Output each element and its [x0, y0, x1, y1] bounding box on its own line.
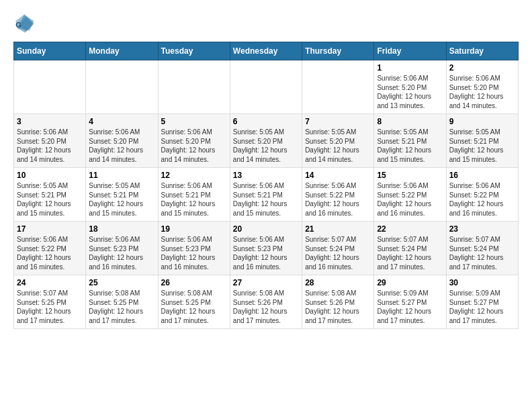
calendar-cell: 12Sunrise: 5:06 AM Sunset: 5:21 PM Dayli…: [158, 168, 230, 222]
day-number: 28: [305, 278, 371, 287]
calendar-cell: 24Sunrise: 5:07 AM Sunset: 5:25 PM Dayli…: [14, 275, 86, 329]
day-number: 15: [377, 171, 443, 180]
day-info: Sunrise: 5:09 AM Sunset: 5:27 PM Dayligh…: [449, 289, 515, 325]
calendar-cell: [230, 60, 302, 114]
day-number: 3: [17, 117, 83, 126]
calendar-cell: 29Sunrise: 5:09 AM Sunset: 5:27 PM Dayli…: [374, 275, 446, 329]
calendar-cell: 27Sunrise: 5:08 AM Sunset: 5:26 PM Dayli…: [230, 275, 302, 329]
calendar-cell: 10Sunrise: 5:05 AM Sunset: 5:21 PM Dayli…: [14, 168, 86, 222]
day-number: 16: [449, 171, 515, 180]
day-info: Sunrise: 5:07 AM Sunset: 5:24 PM Dayligh…: [449, 235, 515, 271]
calendar-cell: [302, 60, 374, 114]
day-info: Sunrise: 5:06 AM Sunset: 5:20 PM Dayligh…: [89, 128, 154, 164]
day-info: Sunrise: 5:06 AM Sunset: 5:20 PM Dayligh…: [161, 128, 227, 164]
calendar-cell: 13Sunrise: 5:06 AM Sunset: 5:21 PM Dayli…: [230, 168, 302, 222]
day-number: 29: [377, 278, 443, 287]
day-info: Sunrise: 5:08 AM Sunset: 5:25 PM Dayligh…: [161, 289, 227, 325]
day-info: Sunrise: 5:07 AM Sunset: 5:25 PM Dayligh…: [17, 289, 83, 325]
day-number: 23: [449, 224, 515, 234]
header-row: SundayMondayTuesdayWednesdayThursdayFrid…: [14, 42, 519, 60]
calendar-header: SundayMondayTuesdayWednesdayThursdayFrid…: [14, 42, 519, 60]
day-number: 4: [89, 117, 154, 126]
day-number: 12: [161, 171, 227, 180]
day-number: 22: [377, 224, 443, 234]
calendar-cell: 19Sunrise: 5:06 AM Sunset: 5:23 PM Dayli…: [158, 222, 230, 275]
day-number: 26: [161, 278, 227, 287]
week-row-3: 10Sunrise: 5:05 AM Sunset: 5:21 PM Dayli…: [14, 168, 519, 222]
calendar-cell: 25Sunrise: 5:08 AM Sunset: 5:25 PM Dayli…: [86, 275, 158, 329]
day-info: Sunrise: 5:06 AM Sunset: 5:22 PM Dayligh…: [449, 181, 515, 218]
logo-icon: G: [13, 13, 35, 35]
header-day-sunday: Sunday: [14, 42, 86, 60]
page-header: G: [13, 13, 519, 35]
day-info: Sunrise: 5:06 AM Sunset: 5:20 PM Dayligh…: [377, 74, 443, 110]
calendar-cell: 30Sunrise: 5:09 AM Sunset: 5:27 PM Dayli…: [446, 275, 518, 329]
day-number: 24: [17, 278, 83, 287]
day-info: Sunrise: 5:06 AM Sunset: 5:22 PM Dayligh…: [305, 181, 371, 218]
calendar-body: 1Sunrise: 5:06 AM Sunset: 5:20 PM Daylig…: [14, 60, 519, 329]
day-number: 14: [305, 171, 371, 180]
day-info: Sunrise: 5:05 AM Sunset: 5:20 PM Dayligh…: [305, 128, 371, 164]
header-day-tuesday: Tuesday: [158, 42, 230, 60]
header-day-monday: Monday: [86, 42, 158, 60]
day-info: Sunrise: 5:08 AM Sunset: 5:26 PM Dayligh…: [305, 289, 371, 325]
day-number: 10: [17, 171, 83, 180]
calendar-cell: 2Sunrise: 5:06 AM Sunset: 5:20 PM Daylig…: [446, 60, 518, 114]
day-info: Sunrise: 5:06 AM Sunset: 5:23 PM Dayligh…: [233, 235, 299, 271]
calendar-cell: 26Sunrise: 5:08 AM Sunset: 5:25 PM Dayli…: [158, 275, 230, 329]
calendar-cell: 7Sunrise: 5:05 AM Sunset: 5:20 PM Daylig…: [302, 114, 374, 168]
calendar-cell: 15Sunrise: 5:06 AM Sunset: 5:22 PM Dayli…: [374, 168, 446, 222]
calendar-cell: 22Sunrise: 5:07 AM Sunset: 5:24 PM Dayli…: [374, 222, 446, 275]
day-number: 13: [233, 171, 299, 180]
day-info: Sunrise: 5:05 AM Sunset: 5:21 PM Dayligh…: [89, 181, 154, 218]
day-info: Sunrise: 5:07 AM Sunset: 5:24 PM Dayligh…: [305, 235, 371, 271]
calendar-cell: [158, 60, 230, 114]
calendar-cell: 17Sunrise: 5:06 AM Sunset: 5:22 PM Dayli…: [14, 222, 86, 275]
day-info: Sunrise: 5:05 AM Sunset: 5:21 PM Dayligh…: [377, 128, 443, 164]
day-info: Sunrise: 5:08 AM Sunset: 5:26 PM Dayligh…: [233, 289, 299, 325]
calendar-cell: 14Sunrise: 5:06 AM Sunset: 5:22 PM Dayli…: [302, 168, 374, 222]
calendar-cell: 9Sunrise: 5:05 AM Sunset: 5:21 PM Daylig…: [446, 114, 518, 168]
calendar-cell: 5Sunrise: 5:06 AM Sunset: 5:20 PM Daylig…: [158, 114, 230, 168]
calendar-cell: 23Sunrise: 5:07 AM Sunset: 5:24 PM Dayli…: [446, 222, 518, 275]
day-number: 5: [161, 117, 227, 126]
day-info: Sunrise: 5:06 AM Sunset: 5:20 PM Dayligh…: [17, 128, 83, 164]
day-info: Sunrise: 5:05 AM Sunset: 5:21 PM Dayligh…: [17, 181, 83, 218]
day-number: 25: [89, 278, 154, 287]
week-row-1: 1Sunrise: 5:06 AM Sunset: 5:20 PM Daylig…: [14, 60, 519, 114]
calendar-cell: 21Sunrise: 5:07 AM Sunset: 5:24 PM Dayli…: [302, 222, 374, 275]
day-info: Sunrise: 5:05 AM Sunset: 5:21 PM Dayligh…: [449, 128, 515, 164]
calendar-cell: 4Sunrise: 5:06 AM Sunset: 5:20 PM Daylig…: [86, 114, 158, 168]
day-number: 19: [161, 224, 227, 234]
calendar-table: SundayMondayTuesdayWednesdayThursdayFrid…: [13, 42, 519, 329]
day-number: 11: [89, 171, 154, 180]
calendar-cell: 28Sunrise: 5:08 AM Sunset: 5:26 PM Dayli…: [302, 275, 374, 329]
day-info: Sunrise: 5:06 AM Sunset: 5:20 PM Dayligh…: [449, 74, 515, 110]
calendar-cell: 16Sunrise: 5:06 AM Sunset: 5:22 PM Dayli…: [446, 168, 518, 222]
day-number: 1: [377, 63, 443, 73]
header-day-saturday: Saturday: [446, 42, 518, 60]
svg-text:G: G: [15, 21, 21, 29]
day-info: Sunrise: 5:06 AM Sunset: 5:21 PM Dayligh…: [161, 181, 227, 218]
calendar-cell: 6Sunrise: 5:05 AM Sunset: 5:20 PM Daylig…: [230, 114, 302, 168]
calendar-cell: 3Sunrise: 5:06 AM Sunset: 5:20 PM Daylig…: [14, 114, 86, 168]
day-number: 21: [305, 224, 371, 234]
calendar-cell: 8Sunrise: 5:05 AM Sunset: 5:21 PM Daylig…: [374, 114, 446, 168]
day-info: Sunrise: 5:07 AM Sunset: 5:24 PM Dayligh…: [377, 235, 443, 271]
day-info: Sunrise: 5:06 AM Sunset: 5:23 PM Dayligh…: [161, 235, 227, 271]
day-number: 27: [233, 278, 299, 287]
header-day-thursday: Thursday: [302, 42, 374, 60]
day-number: 2: [449, 63, 515, 73]
day-number: 6: [233, 117, 299, 126]
calendar-cell: 11Sunrise: 5:05 AM Sunset: 5:21 PM Dayli…: [86, 168, 158, 222]
logo: G: [13, 13, 38, 35]
week-row-4: 17Sunrise: 5:06 AM Sunset: 5:22 PM Dayli…: [14, 222, 519, 275]
day-number: 18: [89, 224, 154, 234]
week-row-5: 24Sunrise: 5:07 AM Sunset: 5:25 PM Dayli…: [14, 275, 519, 329]
day-number: 9: [449, 117, 515, 126]
calendar-cell: 1Sunrise: 5:06 AM Sunset: 5:20 PM Daylig…: [374, 60, 446, 114]
day-number: 17: [17, 224, 83, 234]
header-day-friday: Friday: [374, 42, 446, 60]
day-number: 20: [233, 224, 299, 234]
day-info: Sunrise: 5:06 AM Sunset: 5:23 PM Dayligh…: [89, 235, 154, 271]
